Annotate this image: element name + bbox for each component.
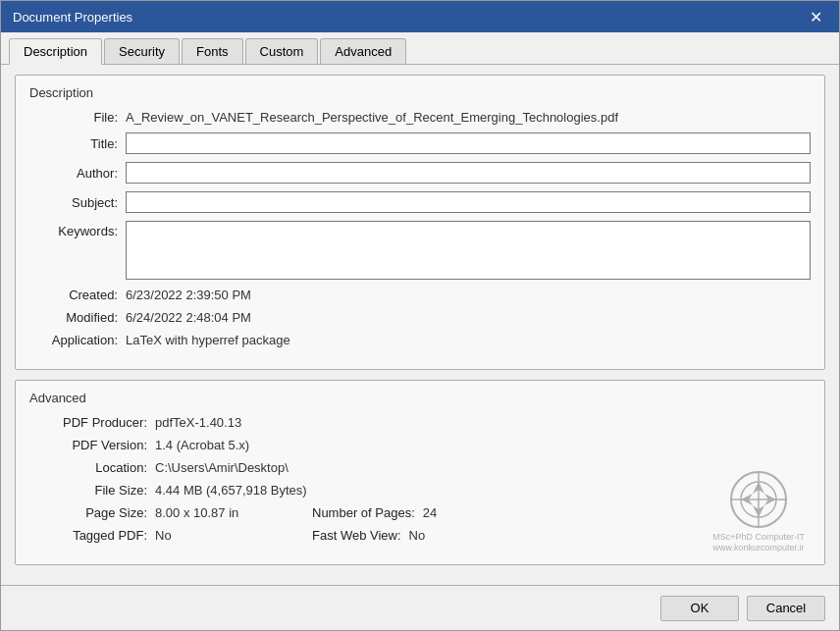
dialog-title: Document Properties (13, 10, 132, 25)
pdf-producer-label: PDF Producer: (29, 415, 147, 430)
keywords-row: Keywords: (29, 221, 811, 280)
num-pages-value: 24 (423, 505, 437, 520)
keywords-label: Keywords: (29, 224, 118, 238)
location-value: C:\Users\Amir\Desktop\ (155, 460, 289, 475)
author-input[interactable] (126, 162, 811, 184)
tab-security[interactable]: Security (104, 38, 180, 64)
cancel-button[interactable]: Cancel (747, 596, 825, 621)
close-button[interactable]: ✕ (804, 5, 827, 28)
title-row: Title: (29, 132, 811, 154)
watermark: MSc+PhD Computer-ITwww.konkurcomputer.ir (712, 470, 805, 554)
application-row: Application: LaTeX with hyperref package (29, 333, 811, 347)
tab-advanced[interactable]: Advanced (320, 38, 406, 64)
pdf-producer-value: pdfTeX-1.40.13 (155, 415, 241, 430)
file-size-row: File Size: 4.44 MB (4,657,918 Bytes) (29, 483, 811, 498)
footer: OK Cancel (1, 585, 839, 630)
content-area: Description File: A_Review_on_VANET_Rese… (1, 65, 839, 585)
page-size-value: 8.00 x 10.87 in (155, 505, 312, 520)
tab-custom[interactable]: Custom (245, 38, 319, 64)
subject-row: Subject: (29, 191, 811, 213)
title-input[interactable] (126, 132, 811, 154)
subject-label: Subject: (29, 195, 118, 210)
pdf-version-row: PDF Version: 1.4 (Acrobat 5.x) (29, 438, 811, 452)
watermark-logo-icon (729, 470, 788, 529)
document-properties-dialog: Document Properties ✕ Description Securi… (0, 0, 840, 631)
subject-input[interactable] (126, 191, 811, 213)
location-label: Location: (29, 460, 147, 475)
created-row: Created: 6/23/2022 2:39:50 PM (29, 288, 811, 302)
file-row: File: A_Review_on_VANET_Research_Perspec… (29, 110, 811, 125)
pdf-version-value: 1.4 (Acrobat 5.x) (155, 438, 249, 452)
author-row: Author: (29, 162, 811, 184)
fast-web-view-label: Fast Web View: (312, 528, 401, 543)
advanced-section: Advanced PDF Producer: pdfTeX-1.40.13 PD… (15, 380, 825, 565)
num-pages-label: Number of Pages: (312, 505, 415, 520)
file-size-value: 4.44 MB (4,657,918 Bytes) (155, 483, 307, 498)
keywords-textarea[interactable] (126, 221, 811, 280)
title-label: Title: (29, 136, 118, 151)
tagged-pdf-label: Tagged PDF: (29, 528, 147, 543)
created-label: Created: (29, 288, 118, 302)
file-label: File: (29, 110, 118, 125)
pdf-producer-row: PDF Producer: pdfTeX-1.40.13 (29, 415, 811, 430)
fast-web-view-value: No (409, 528, 426, 543)
advanced-section-title: Advanced (29, 391, 811, 405)
file-value: A_Review_on_VANET_Research_Perspective_o… (126, 110, 811, 125)
tab-description[interactable]: Description (9, 38, 102, 65)
application-value: LaTeX with hyperref package (126, 333, 811, 347)
modified-label: Modified: (29, 310, 118, 325)
application-label: Application: (29, 333, 118, 347)
author-label: Author: (29, 166, 118, 181)
created-value: 6/23/2022 2:39:50 PM (126, 288, 811, 302)
title-bar: Document Properties ✕ (1, 1, 839, 32)
tagged-pdf-value: No (155, 528, 312, 543)
page-size-row: Page Size: 8.00 x 10.87 in Number of Pag… (29, 505, 811, 520)
modified-value: 6/24/2022 2:48:04 PM (126, 310, 811, 325)
tabs-container: Description Security Fonts Custom Advanc… (1, 32, 839, 65)
pdf-version-label: PDF Version: (29, 438, 147, 452)
description-section: Description File: A_Review_on_VANET_Rese… (15, 75, 825, 370)
ok-button[interactable]: OK (660, 596, 739, 621)
main-area: Description File: A_Review_on_VANET_Rese… (1, 65, 839, 630)
tagged-pdf-row: Tagged PDF: No Fast Web View: No (29, 528, 811, 543)
file-size-label: File Size: (29, 483, 147, 498)
tab-fonts[interactable]: Fonts (182, 38, 243, 64)
page-size-label: Page Size: (29, 505, 147, 520)
description-section-title: Description (29, 85, 811, 100)
watermark-text: MSc+PhD Computer-ITwww.konkurcomputer.ir (712, 532, 805, 554)
location-row: Location: C:\Users\Amir\Desktop\ (29, 460, 811, 475)
modified-row: Modified: 6/24/2022 2:48:04 PM (29, 310, 811, 325)
